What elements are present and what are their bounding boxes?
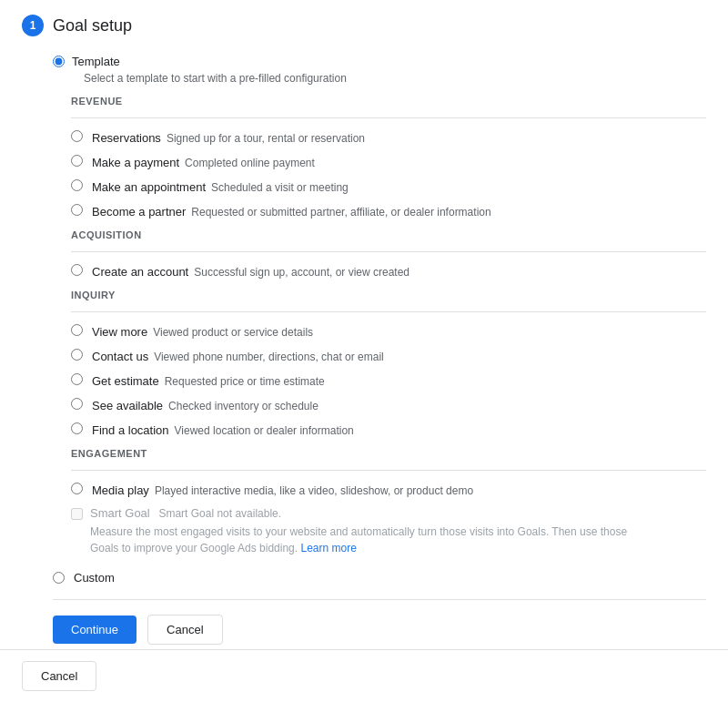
get-estimate-label: Get estimate xyxy=(92,374,159,388)
step-1-header: 1 Goal setup xyxy=(22,15,706,36)
contact-us-desc: Viewed phone number, directions, chat or… xyxy=(154,351,384,363)
create-account-desc: Successful sign up, account, or view cre… xyxy=(194,266,410,279)
reservations-label: Reservations xyxy=(92,131,161,145)
option-reservations: Reservations Signed up for a tour, renta… xyxy=(71,129,706,145)
smart-goal-content: Smart Goal Smart Goal not available. Mea… xyxy=(90,506,636,556)
acquisition-category-label: ACQUISITION xyxy=(71,229,706,240)
become-partner-desc: Requested or submitted partner, affiliat… xyxy=(191,206,490,219)
reservations-desc: Signed up for a tour, rental or reservat… xyxy=(167,132,365,145)
create-account-label: Create an account xyxy=(92,265,188,279)
template-subtitle: Select a template to start with a pre-fi… xyxy=(84,72,706,85)
bottom-cancel-button[interactable]: Cancel xyxy=(22,661,96,691)
media-play-label: Media play xyxy=(92,483,149,497)
custom-radio[interactable] xyxy=(53,572,65,584)
continue-button[interactable]: Continue xyxy=(53,616,136,644)
reservations-radio[interactable] xyxy=(71,130,83,142)
contact-us-radio[interactable] xyxy=(71,349,83,361)
step-1-circle: 1 xyxy=(22,15,44,36)
see-available-radio[interactable] xyxy=(71,398,83,410)
make-payment-radio[interactable] xyxy=(71,155,83,167)
smart-goal-row: Smart Goal Smart Goal not available. Mea… xyxy=(71,506,706,556)
inquiry-divider xyxy=(71,311,706,312)
option-see-available: See available Checked inventory or sched… xyxy=(71,397,706,412)
find-location-label: Find a location xyxy=(92,423,169,437)
option-media-play: Media play Played interactive media, lik… xyxy=(71,482,706,497)
make-appointment-desc: Scheduled a visit or meeting xyxy=(211,181,349,194)
find-location-desc: Viewed location or dealer information xyxy=(175,424,354,437)
media-play-radio[interactable] xyxy=(71,483,83,494)
template-radio[interactable] xyxy=(53,56,65,67)
smart-goal-title: Smart Goal xyxy=(90,506,150,520)
cancel-button[interactable]: Cancel xyxy=(147,615,222,645)
custom-label[interactable]: Custom xyxy=(74,571,115,585)
engagement-category-label: ENGAGEMENT xyxy=(71,448,706,459)
see-available-label: See available xyxy=(92,399,163,412)
option-find-location: Find a location Viewed location or deale… xyxy=(71,422,706,437)
contact-us-label: Contact us xyxy=(92,350,148,363)
bottom-cancel-bar: Cancel xyxy=(0,649,728,702)
make-appointment-radio[interactable] xyxy=(71,179,83,191)
view-more-desc: Viewed product or service details xyxy=(153,326,313,339)
engagement-divider xyxy=(71,470,706,471)
option-view-more: View more Viewed product or service deta… xyxy=(71,323,706,339)
become-partner-label: Become a partner xyxy=(92,205,186,219)
option-get-estimate: Get estimate Requested price or time est… xyxy=(71,372,706,388)
inquiry-category-label: INQUIRY xyxy=(71,290,706,300)
option-contact-us: Contact us Viewed phone number, directio… xyxy=(71,348,706,363)
step-1-title: Goal setup xyxy=(53,16,132,36)
smart-goal-na: Smart Goal not available. xyxy=(158,507,281,520)
create-account-radio[interactable] xyxy=(71,264,83,276)
option-become-partner: Become a partner Requested or submitted … xyxy=(71,203,706,219)
option-make-payment: Make a payment Completed online payment xyxy=(71,154,706,169)
make-appointment-label: Make an appointment xyxy=(92,180,206,194)
option-make-appointment: Make an appointment Scheduled a visit or… xyxy=(71,178,706,194)
media-play-desc: Played interactive media, like a video, … xyxy=(155,484,473,497)
view-more-radio[interactable] xyxy=(71,324,83,336)
template-radio-row: Template xyxy=(53,55,706,68)
section-divider xyxy=(53,599,706,600)
see-available-desc: Checked inventory or schedule xyxy=(168,400,318,412)
acquisition-divider xyxy=(71,251,706,252)
revenue-category-label: REVENUE xyxy=(71,96,706,107)
make-payment-label: Make a payment xyxy=(92,156,179,169)
smart-goal-learn-more-link[interactable]: Learn more xyxy=(300,542,356,554)
button-row: Continue Cancel xyxy=(53,615,706,645)
view-more-label: View more xyxy=(92,325,147,339)
custom-row: Custom xyxy=(53,571,706,585)
become-partner-radio[interactable] xyxy=(71,204,83,216)
revenue-divider xyxy=(71,117,706,118)
get-estimate-desc: Requested price or time estimate xyxy=(165,375,325,388)
get-estimate-radio[interactable] xyxy=(71,373,83,385)
find-location-radio[interactable] xyxy=(71,422,83,434)
smart-goal-checkbox xyxy=(71,508,83,520)
smart-goal-title-row: Smart Goal Smart Goal not available. xyxy=(90,506,636,520)
smart-goal-desc: Measure the most engaged visits to your … xyxy=(90,524,636,556)
option-create-account: Create an account Successful sign up, ac… xyxy=(71,263,706,279)
make-payment-desc: Completed online payment xyxy=(185,157,315,169)
template-radio-label[interactable]: Template xyxy=(72,55,120,68)
